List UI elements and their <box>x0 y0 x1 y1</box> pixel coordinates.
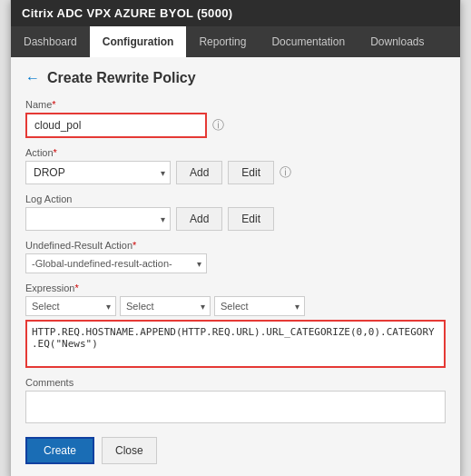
expression-textarea[interactable]: HTTP.REQ.HOSTNAME.APPEND(HTTP.REQ.URL).U… <box>32 326 439 359</box>
log-action-group: Log Action Add Edit <box>25 193 446 231</box>
comments-group: Comments <box>25 377 446 426</box>
nav-bar: Dashboard Configuration Reporting Docume… <box>11 26 460 57</box>
window-title: Citrix ADC VPX AZURE BYOL (5000) <box>22 6 232 20</box>
nav-reporting[interactable]: Reporting <box>186 26 259 57</box>
action-edit-button[interactable]: Edit <box>228 161 274 184</box>
comments-textarea[interactable] <box>25 391 446 423</box>
log-add-button[interactable]: Add <box>176 207 222 231</box>
undefined-select-wrapper: -Global-undefined-result-action- <box>25 253 207 273</box>
action-add-button[interactable]: Add <box>176 161 222 184</box>
name-info-icon[interactable]: ⓘ <box>212 117 224 134</box>
create-button[interactable]: Create <box>25 437 94 464</box>
back-button[interactable]: ← <box>25 70 40 86</box>
log-action-label: Log Action <box>25 193 446 204</box>
expr-select-2-wrapper: Select <box>120 296 211 316</box>
action-select[interactable]: DROP <box>25 161 171 184</box>
main-content: ← Create Rewrite Policy Name* ⓘ Action* … <box>11 57 460 477</box>
expression-label: Expression* <box>25 283 446 293</box>
expr-select-1-wrapper: Select <box>25 296 116 316</box>
undefined-label: Undefined-Result Action* <box>25 240 446 251</box>
undefined-select[interactable]: -Global-undefined-result-action- <box>25 253 207 273</box>
action-select-wrapper: DROP <box>25 161 171 184</box>
name-input[interactable] <box>25 113 207 138</box>
undefined-group: Undefined-Result Action* -Global-undefin… <box>25 240 446 273</box>
expression-selects-row: Select Select Select <box>25 296 446 316</box>
footer-buttons: Create Close <box>25 437 446 464</box>
page-title: Create Rewrite Policy <box>47 70 196 86</box>
app-window: Citrix ADC VPX AZURE BYOL (5000) Dashboa… <box>10 0 461 476</box>
action-info-icon[interactable]: ⓘ <box>280 164 291 181</box>
expression-textarea-wrapper: HTTP.REQ.HOSTNAME.APPEND(HTTP.REQ.URL).U… <box>25 320 446 368</box>
title-bar: Citrix ADC VPX AZURE BYOL (5000) <box>11 0 460 26</box>
nav-downloads[interactable]: Downloads <box>358 26 437 57</box>
log-edit-button[interactable]: Edit <box>228 207 274 231</box>
name-group: Name* ⓘ <box>25 99 446 138</box>
expr-select-3-wrapper: Select <box>214 296 305 316</box>
action-group: Action* DROP Add Edit ⓘ <box>25 147 446 184</box>
expr-select-2[interactable]: Select <box>120 296 211 316</box>
action-input-row: DROP Add Edit ⓘ <box>25 161 446 184</box>
undefined-input-row: -Global-undefined-result-action- <box>25 253 446 273</box>
log-action-input-row: Add Edit <box>25 207 446 231</box>
nav-dashboard[interactable]: Dashboard <box>11 26 90 57</box>
nav-documentation[interactable]: Documentation <box>259 26 358 57</box>
comments-label: Comments <box>25 377 446 388</box>
action-label: Action* <box>25 147 446 158</box>
name-input-row: ⓘ <box>25 113 446 138</box>
expr-select-3[interactable]: Select <box>214 296 305 316</box>
log-action-select[interactable] <box>25 207 171 231</box>
expression-group: Expression* Select Select Select <box>25 283 446 368</box>
expr-select-1[interactable]: Select <box>25 296 116 316</box>
nav-configuration[interactable]: Configuration <box>90 26 187 57</box>
log-action-select-wrapper <box>25 207 171 231</box>
name-label: Name* <box>25 99 446 110</box>
page-header: ← Create Rewrite Policy <box>25 70 446 86</box>
close-button[interactable]: Close <box>102 437 157 464</box>
